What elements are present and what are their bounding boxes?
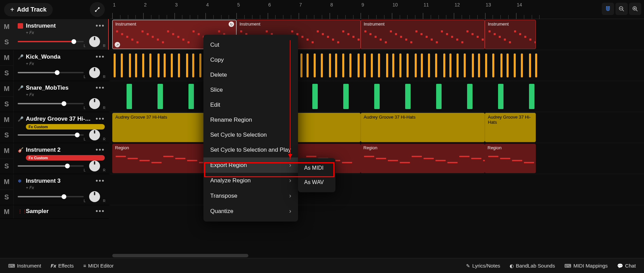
solo-button[interactable]: S: [0, 96, 14, 112]
context-submenu-item[interactable]: As WAV: [298, 175, 335, 189]
volume-slider[interactable]: [18, 103, 84, 104]
solo-button[interactable]: S: [0, 127, 14, 143]
track-more-button[interactable]: •••: [96, 84, 105, 92]
loop-handle-icon[interactable]: ↻: [229, 21, 234, 27]
pan-knob[interactable]: [89, 98, 100, 109]
context-menu-item[interactable]: Export Region›: [203, 157, 298, 173]
horizontal-scrollbar[interactable]: [112, 254, 248, 257]
solo-button[interactable]: S: [0, 158, 14, 174]
track-more-button[interactable]: •••: [96, 115, 105, 123]
track-row[interactable]: M S 🎤 Snare_MobTies ••• + Fx L R: [0, 81, 109, 112]
bottom-tab-piano[interactable]: ⌨MIDI Mappings: [560, 261, 612, 271]
context-menu-item[interactable]: Transpose›: [203, 188, 298, 203]
track-list-panel: M S Instrument ••• + Fx L R: [0, 19, 109, 258]
snap-magnet-button[interactable]: [602, 3, 614, 15]
audio-region[interactable]: Audrey Groove 37 Hi-Hats: [485, 113, 536, 142]
timeline-lane[interactable]: RegionRegionRegion: [110, 143, 644, 174]
bottom-tab-wand[interactable]: ✎Lyrics/Notes: [462, 261, 504, 271]
mute-button[interactable]: M: [0, 205, 14, 218]
fx-add-button[interactable]: + Fx: [26, 92, 105, 97]
pan-knob[interactable]: [89, 130, 100, 140]
context-menu-item[interactable]: Quantize›: [203, 203, 298, 219]
add-track-button[interactable]: + Add Track: [4, 3, 53, 16]
track-row[interactable]: M S Instrument ••• + Fx L R: [0, 19, 109, 50]
fx-badge[interactable]: Fx Custom: [26, 124, 105, 130]
context-menu-label: Rename Region: [210, 117, 252, 123]
context-menu-item[interactable]: Slice: [203, 82, 298, 97]
track-row[interactable]: M S 🎤 Kick_Wonda ••• + Fx L R: [0, 50, 109, 81]
audio-waveform: [498, 84, 503, 109]
audio-waveform: [178, 54, 180, 77]
timeline-lane[interactable]: [110, 50, 644, 81]
fx-add-button[interactable]: + Fx: [26, 185, 105, 190]
guitar-icon: 🎸: [18, 147, 23, 153]
context-menu-item[interactable]: Delete: [203, 67, 298, 82]
volume-slider[interactable]: [18, 165, 84, 167]
track-row[interactable]: M S 🎸 Instrument 2 ••• Fx Custom L R: [0, 143, 109, 174]
fx-add-button[interactable]: + Fx: [26, 61, 105, 66]
bottom-tab-piano[interactable]: ⌨Instrument: [4, 261, 45, 271]
solo-button[interactable]: S: [0, 34, 14, 50]
pan-knob[interactable]: [89, 36, 100, 47]
midi-region[interactable]: Region: [485, 144, 536, 173]
context-submenu-item[interactable]: As MIDI: [298, 161, 335, 175]
track-row[interactable]: M S 🎤 Audrey Groove 37 Hi-… ••• Fx Custo…: [0, 112, 109, 143]
volume-slider[interactable]: [18, 196, 84, 197]
timeline-lane[interactable]: Audrey Groove 37 Hi-HatsAudrey Groove 37…: [110, 112, 644, 143]
context-menu-item[interactable]: Analyze Region›: [203, 173, 298, 188]
audio-waveform: [529, 54, 531, 77]
fx-add-button[interactable]: + Fx: [26, 30, 105, 35]
mute-button[interactable]: M: [0, 174, 14, 189]
mute-button[interactable]: M: [0, 50, 14, 65]
volume-slider[interactable]: [18, 134, 84, 136]
timeline-lane[interactable]: [110, 174, 644, 205]
zoom-in-button[interactable]: [629, 3, 641, 15]
bottom-tab-sounds[interactable]: ◐BandLab Sounds: [506, 261, 559, 271]
context-menu-item[interactable]: Edit: [203, 97, 298, 112]
audio-waveform: [127, 84, 132, 109]
timeline-lane[interactable]: [110, 81, 644, 112]
pan-knob[interactable]: [89, 67, 100, 78]
bottom-tab-label: MIDI Mappings: [573, 263, 608, 269]
track-more-button[interactable]: •••: [96, 146, 105, 154]
midi-region[interactable]: Instrument: [361, 20, 485, 49]
solo-button[interactable]: S: [0, 65, 14, 81]
audio-waveform: [535, 54, 537, 77]
track-more-button[interactable]: •••: [96, 177, 105, 185]
audio-waveform: [378, 54, 380, 77]
fx-badge[interactable]: Fx Custom: [26, 155, 105, 161]
timeline-arrangement[interactable]: Instrument↻↗InstrumentInstrumentInstrume…: [110, 19, 644, 258]
mute-button[interactable]: M: [0, 112, 14, 127]
context-menu-item[interactable]: Copy: [203, 52, 298, 67]
context-menu-item[interactable]: Set Cycle to Selection and Play: [203, 142, 298, 157]
solo-button[interactable]: S: [0, 189, 14, 205]
timeline-ruler[interactable]: 1234567891011121314: [110, 0, 644, 19]
track-more-button[interactable]: •••: [96, 22, 105, 30]
bottom-tab-chat[interactable]: 💬Chat: [613, 261, 640, 271]
timeline-lane[interactable]: Instrument↻↗InstrumentInstrumentInstrume…: [110, 19, 644, 50]
zoom-out-button[interactable]: [615, 3, 628, 15]
audio-region[interactable]: Audrey Groove 37 Hi-Hats: [361, 113, 485, 142]
mute-button[interactable]: M: [0, 81, 14, 96]
mute-button[interactable]: M: [0, 143, 14, 158]
context-menu-item[interactable]: Cut: [203, 37, 298, 52]
track-more-button[interactable]: •••: [96, 53, 105, 61]
context-menu-item[interactable]: Rename Region: [203, 112, 298, 127]
bottom-tab-midi[interactable]: ≡MIDI Editor: [79, 261, 118, 271]
midi-region[interactable]: Instrument: [485, 20, 536, 49]
context-menu-item[interactable]: Set Cycle to Selection: [203, 127, 298, 142]
automation-toggle-button[interactable]: [90, 2, 105, 17]
mute-button[interactable]: M: [0, 19, 14, 34]
audio-waveform: [312, 84, 318, 109]
volume-slider[interactable]: [18, 72, 84, 73]
volume-slider[interactable]: [18, 41, 84, 42]
pan-knob[interactable]: [89, 161, 100, 171]
mic-icon: 🎤: [18, 85, 23, 91]
midi-region[interactable]: Region: [361, 144, 485, 173]
bottom-tab-fx[interactable]: FxEffects: [47, 261, 78, 271]
track-more-button[interactable]: •••: [96, 207, 105, 215]
pan-knob[interactable]: [89, 191, 100, 202]
ruler-bar-number: 3: [175, 2, 178, 7]
export-handle-icon[interactable]: ↗: [115, 42, 120, 47]
track-row[interactable]: M S ❄ Instrument 3 ••• + Fx L R: [0, 174, 109, 205]
